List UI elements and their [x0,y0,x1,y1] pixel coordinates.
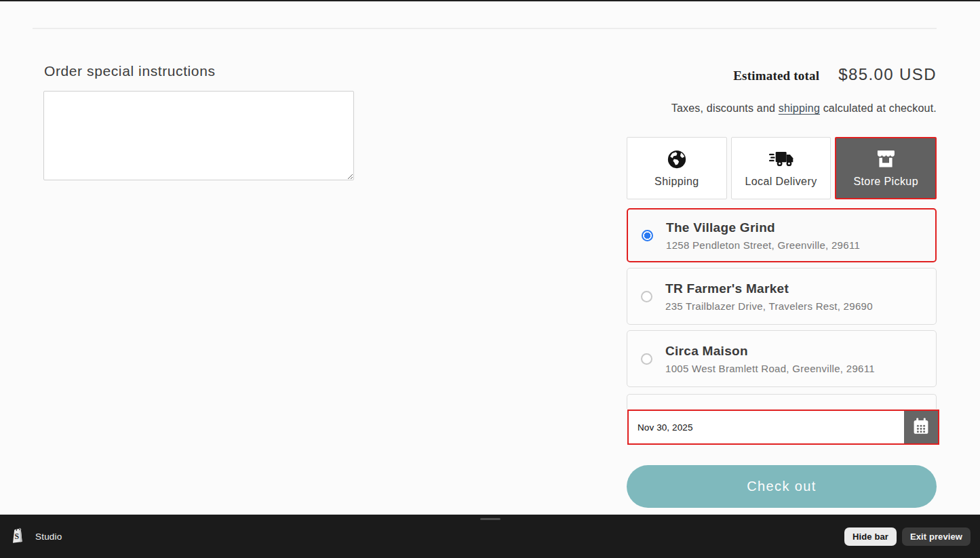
truck-icon [769,149,793,170]
shipping-link[interactable]: shipping [779,102,820,114]
store-icon [876,149,896,170]
pickup-location-list: The Village Grind 1258 Pendleton Street,… [627,208,937,409]
drag-handle[interactable] [480,518,501,520]
tax-note-suffix: calculated at checkout. [820,102,937,114]
order-instructions-section: Order special instructions [43,63,354,183]
tax-note-prefix: Taxes, discounts and [671,102,779,114]
pickup-location-name: TR Farmer's Market [665,281,873,296]
radio-unselected-icon[interactable] [641,353,652,365]
store-pickup-method-button[interactable]: Store Pickup [835,137,937,199]
pickup-location-text: Circa Maison 1005 West Bramlett Road, Gr… [665,344,875,374]
store-pickup-method-label: Store Pickup [853,176,918,188]
estimated-total-row: Estimated total $85.00 USD [627,65,937,84]
pickup-date-value: Nov 30, 2025 [629,422,693,433]
tax-note: Taxes, discounts and shipping calculated… [627,100,937,116]
preview-bar-brand: S Studio [11,526,62,546]
radio-selected-icon[interactable] [642,230,653,241]
top-border [0,0,980,1]
hide-bar-button[interactable]: Hide bar [844,527,897,546]
pickup-location-partial-card [627,394,937,409]
order-instructions-textarea[interactable] [43,91,354,180]
pickup-location-village-grind[interactable]: The Village Grind 1258 Pendleton Street,… [627,208,937,262]
svg-text:S: S [14,532,19,541]
estimated-total-amount: $85.00 USD [838,65,937,84]
pickup-location-address: 1258 Pendleton Street, Greenville, 29611 [666,239,860,251]
pickup-date-field[interactable]: Nov 30, 2025 [627,410,939,445]
calendar-icon [912,418,930,437]
globe-icon [667,149,687,170]
exit-preview-button[interactable]: Exit preview [902,527,971,546]
preview-bar: S Studio Hide bar Exit preview [0,515,980,558]
pickup-location-name: The Village Grind [666,220,860,235]
check-out-button[interactable]: Check out [627,465,937,508]
shipping-method-button[interactable]: Shipping [627,137,727,199]
cart-summary-section: Estimated total $85.00 USD Taxes, discou… [627,65,937,508]
local-delivery-method-label: Local Delivery [745,176,817,188]
shopify-bag-icon: S [11,526,25,546]
studio-label: Studio [35,532,62,542]
pickup-location-text: TR Farmer's Market 235 Trailblazer Drive… [665,281,873,312]
preview-bar-actions: Hide bar Exit preview [844,527,971,546]
radio-unselected-icon[interactable] [641,291,652,302]
section-divider [33,28,937,29]
pickup-location-text: The Village Grind 1258 Pendleton Street,… [666,220,860,251]
estimated-total-label: Estimated total [733,68,819,83]
pickup-location-address: 235 Trailblazer Drive, Travelers Rest, 2… [665,300,873,312]
pickup-location-address: 1005 West Bramlett Road, Greenville, 296… [665,363,875,374]
delivery-method-group: Shipping Local Delivery [627,137,937,199]
pickup-location-name: Circa Maison [665,344,875,359]
calendar-picker-button[interactable] [904,411,938,443]
local-delivery-method-button[interactable]: Local Delivery [731,137,831,199]
shipping-method-label: Shipping [654,176,699,188]
order-instructions-heading: Order special instructions [44,63,354,79]
pickup-location-circa-maison[interactable]: Circa Maison 1005 West Bramlett Road, Gr… [627,330,937,387]
pickup-location-tr-farmers-market[interactable]: TR Farmer's Market 235 Trailblazer Drive… [627,268,937,325]
